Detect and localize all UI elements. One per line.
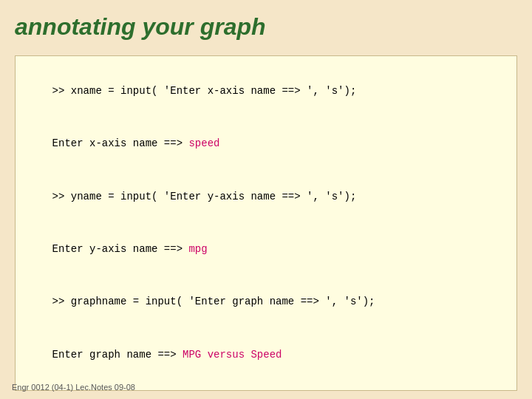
code-value-speed: speed [188,137,219,149]
main-code-block: >> xname = input( 'Enter x-axis name ==>… [15,55,517,391]
code-text: Enter graph name ==> [52,349,183,361]
code-value-mpg: mpg [188,243,207,255]
code-text: Enter x-axis name ==> [52,137,189,149]
code-line-2: Enter x-axis name ==> speed [27,117,505,170]
code-text: >> graphname = input( 'Enter graph name … [52,296,375,307]
code-line-3: >> yname = input( 'Enter y-axis name ==>… [27,171,505,223]
code-line-1: >> xname = input( 'Enter x-axis name ==>… [27,65,505,117]
code-text: Enter y-axis name ==> [52,243,189,255]
code-text: >> xname = input( 'Enter x-axis name ==>… [52,85,357,97]
code-line-6: Enter graph name ==> MPG versus Speed [27,329,505,381]
code-line-5: >> graphname = input( 'Enter graph name … [27,276,505,329]
code-text: >> yname = input( 'Enter y-axis name ==>… [52,191,357,202]
page-title: annotating your graph [0,0,532,50]
code-value-graphname: MPG versus Speed [183,349,282,361]
code-line-4: Enter y-axis name ==> mpg [27,223,505,276]
footer-text: Engr 0012 (04-1) Lec.Notes 09-08 [12,383,135,392]
